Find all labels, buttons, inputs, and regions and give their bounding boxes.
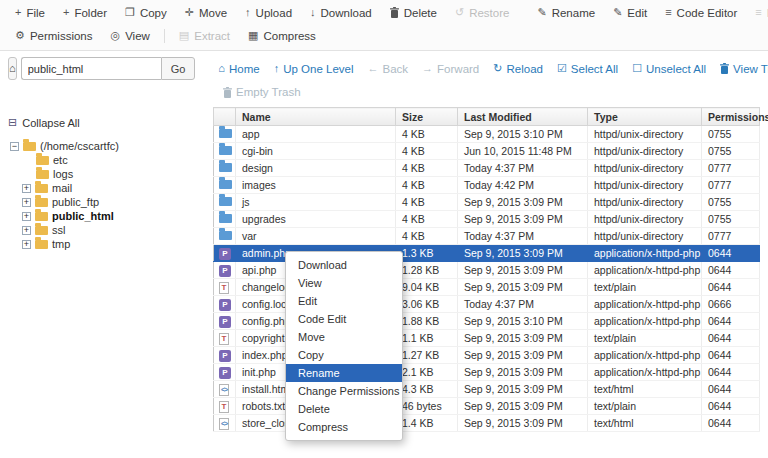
tree-expand-icon[interactable]: + — [22, 184, 31, 193]
file-size-cell: 4 KB — [396, 160, 458, 177]
collapse-all[interactable]: ⊟ Collapse All — [8, 116, 207, 129]
tree-item-homecscartfc[interactable]: −(/home/cscartfc) — [10, 139, 207, 153]
extract-button-label: Extract — [194, 30, 230, 42]
tree-item-mail[interactable]: +mail — [22, 181, 207, 195]
delete-button[interactable]: Delete — [381, 5, 446, 21]
context-menu-item-change-permissions[interactable]: Change Permissions — [286, 382, 402, 400]
tree-expand-icon[interactable]: + — [22, 198, 31, 207]
file-row-app[interactable]: app4 KBSep 9, 2015 3:10 PMhttpd/unix-dir… — [214, 126, 760, 143]
file-row-js[interactable]: js4 KBSep 9, 2015 3:09 PMhttpd/unix-dire… — [214, 194, 760, 211]
tree-expand-icon[interactable]: + — [22, 212, 31, 221]
file-perms-cell: 0644 — [702, 279, 760, 296]
rename-icon: ✎ — [537, 7, 546, 18]
empty-trash-link-label: Empty Trash — [236, 86, 301, 98]
edit-button[interactable]: ✎Edit — [604, 5, 656, 21]
file-type-icon-cell: P — [214, 262, 236, 279]
file-type-cell: httpd/unix-directory — [588, 228, 702, 245]
file-row-var[interactable]: var4 KBToday 4:37 PMhttpd/unix-directory… — [214, 228, 760, 245]
php-file-icon: P — [219, 299, 231, 311]
context-menu-item-move[interactable]: Move — [286, 328, 402, 346]
tree-expand-icon[interactable]: + — [22, 240, 31, 249]
file-type-icon-cell: <> — [214, 415, 236, 432]
context-menu-item-copy[interactable]: Copy — [286, 346, 402, 364]
context-menu-item-compress[interactable]: Compress — [286, 418, 402, 436]
tree-label: logs — [53, 168, 73, 180]
copy-button-label: Copy — [140, 7, 167, 19]
file-modified-cell: Sep 9, 2015 3:09 PM — [458, 330, 588, 347]
folder-button[interactable]: +Folder — [54, 5, 116, 21]
file-type-cell: application/x-httpd-php — [588, 296, 702, 313]
code-editor-button[interactable]: ≡Code Editor — [656, 5, 746, 21]
file-row-upgrades[interactable]: upgrades4 KBSep 9, 2015 3:09 PMhttpd/uni… — [214, 211, 760, 228]
tree-item-logs[interactable]: logs — [36, 167, 207, 181]
move-button-label: Move — [199, 7, 227, 19]
view-trash-link[interactable]: View Trash — [713, 61, 768, 77]
path-input[interactable] — [21, 57, 161, 80]
column-header-last-modified[interactable]: Last Modified — [458, 108, 588, 126]
go-button[interactable]: Go — [161, 57, 196, 80]
file-type-icon-cell: T — [214, 330, 236, 347]
add-file-icon: + — [15, 7, 21, 18]
tree-item-public_html[interactable]: +public_html — [22, 209, 207, 223]
column-header-name[interactable]: Name — [236, 108, 396, 126]
home-directory-button[interactable]: ⌂ — [8, 57, 17, 80]
restore-button-label: Restore — [469, 7, 509, 19]
up-one-level-link-label: Up One Level — [283, 63, 353, 75]
trash-icon — [390, 7, 399, 18]
file-perms-cell: 0644 — [702, 262, 760, 279]
tree-expand-icon[interactable]: + — [22, 226, 31, 235]
file-row-cgi-bin[interactable]: cgi-bin4 KBJun 10, 2015 11:48 PMhttpd/un… — [214, 143, 760, 160]
file-type-icon-cell: P — [214, 364, 236, 381]
file-perms-cell: 0644 — [702, 245, 760, 262]
file-modified-cell: Today 4:37 PM — [458, 296, 588, 313]
tree-item-tmp[interactable]: +tmp — [22, 237, 207, 251]
download-button[interactable]: ↓Download — [301, 5, 381, 21]
file-type-icon-cell: P — [214, 296, 236, 313]
tree-collapse-icon[interactable]: − — [10, 142, 19, 151]
column-header-type[interactable]: Type — [588, 108, 702, 126]
column-header-icon — [214, 108, 236, 126]
file-name-cell: js — [236, 194, 396, 211]
forward-arrow-icon: → — [422, 63, 433, 74]
tree-item-etc[interactable]: etc — [36, 153, 207, 167]
file-button[interactable]: +File — [6, 5, 54, 21]
move-button[interactable]: ✛Move — [176, 5, 236, 21]
delete-button-label: Delete — [404, 7, 437, 19]
txt-file-icon: T — [219, 333, 229, 345]
context-menu-item-edit[interactable]: Edit — [286, 292, 402, 310]
compress-button[interactable]: ▦Compress — [239, 28, 325, 44]
upload-button[interactable]: ↑Upload — [236, 5, 301, 21]
file-name-cell: cgi-bin — [236, 143, 396, 160]
folder-icon — [219, 180, 232, 189]
tree-item-public_ftp[interactable]: +public_ftp — [22, 195, 207, 209]
up-one-level-link[interactable]: ↑Up One Level — [267, 61, 361, 77]
folder-icon — [36, 170, 49, 179]
context-menu-item-delete[interactable]: Delete — [286, 400, 402, 418]
context-menu-item-code-edit[interactable]: Code Edit — [286, 310, 402, 328]
context-menu-item-rename[interactable]: Rename — [286, 364, 402, 382]
edit-button-label: Edit — [627, 7, 647, 19]
download-button-label: Download — [321, 7, 372, 19]
context-menu-item-download[interactable]: Download — [286, 256, 402, 274]
copy-button[interactable]: ❐Copy — [116, 5, 176, 21]
unselect-all-link[interactable]: ☐Unselect All — [625, 61, 713, 77]
file-size-cell: 4 KB — [396, 228, 458, 245]
tree-item-ssl[interactable]: +ssl — [22, 223, 207, 237]
home-link[interactable]: ⌂Home — [211, 61, 266, 77]
column-header-size[interactable]: Size — [396, 108, 458, 126]
file-perms-cell: 0777 — [702, 228, 760, 245]
file-type-icon-cell — [214, 177, 236, 194]
select-all-link[interactable]: ☑Select All — [550, 61, 625, 77]
rename-button[interactable]: ✎Rename — [528, 5, 604, 21]
view-button[interactable]: ◎View — [102, 28, 159, 44]
file-row-images[interactable]: images4 KBToday 4:42 PMhttpd/unix-direct… — [214, 177, 760, 194]
permissions-button[interactable]: ⚙Permissions — [6, 28, 102, 44]
reload-link[interactable]: ↻Reload — [486, 61, 550, 77]
file-modified-cell: Sep 9, 2015 3:09 PM — [458, 381, 588, 398]
file-row-design[interactable]: design4 KBToday 4:37 PMhttpd/unix-direct… — [214, 160, 760, 177]
context-menu-item-view[interactable]: View — [286, 274, 402, 292]
column-header-permissions[interactable]: Permissions — [702, 108, 760, 126]
tree-label: public_html — [52, 210, 114, 222]
file-type-icon-cell — [214, 160, 236, 177]
php-file-icon: P — [219, 350, 231, 362]
